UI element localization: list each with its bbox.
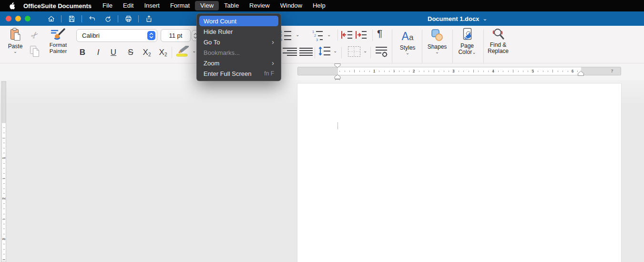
first-line-indent-marker[interactable] <box>334 63 341 68</box>
menu-item-enter-full-screen[interactable]: Enter Full Screen fn F <box>197 68 281 79</box>
cut-button[interactable]: ✂ <box>27 27 43 43</box>
font-family-stepper[interactable] <box>147 31 155 40</box>
find-replace-label-2: Replace <box>488 48 509 54</box>
undo-button[interactable] <box>87 14 97 23</box>
apple-menu-icon[interactable] <box>9 2 15 10</box>
save-icon <box>68 15 76 23</box>
redo-button[interactable] <box>103 14 112 23</box>
strikethrough-button[interactable]: S <box>125 45 136 57</box>
menu-item-zoom[interactable]: Zoom › <box>197 58 281 68</box>
save-button[interactable] <box>67 14 76 23</box>
print-icon <box>124 15 133 23</box>
decrease-indent-icon <box>341 31 353 39</box>
copy-icon <box>29 45 40 57</box>
document-area: 123 <box>0 80 644 262</box>
menubar-item-insert[interactable]: Insert <box>139 1 165 10</box>
titlebar-divider <box>118 15 118 22</box>
chevron-down-icon: ⌄ <box>192 49 196 53</box>
menu-shortcut: fn F <box>264 70 274 77</box>
titlebar: Document 1.docx ⌄ <box>0 11 644 26</box>
underline-button[interactable]: U <box>108 45 119 57</box>
document-page[interactable] <box>297 84 621 262</box>
line-spacing-button[interactable] <box>318 46 331 56</box>
print-button[interactable] <box>123 14 133 23</box>
show-paragraph-marks-button[interactable]: ¶ <box>377 28 382 39</box>
menubar-item-table[interactable]: Table <box>219 1 244 10</box>
zoom-window-button[interactable] <box>25 16 31 21</box>
h-ruler-number: 7 <box>611 69 613 73</box>
ruler-strip: 1234567 <box>0 63 644 80</box>
menubar-item-window[interactable]: Window <box>275 1 307 10</box>
borders-button[interactable] <box>348 46 361 57</box>
toolbar-separator <box>337 30 338 41</box>
styles-button[interactable]: Aa Styles ⌄ <box>396 28 419 55</box>
bold-button[interactable]: B <box>77 45 88 57</box>
chevron-down-icon: ⌄ <box>406 51 409 55</box>
share-button[interactable] <box>144 14 153 23</box>
italic-button[interactable]: I <box>93 45 103 57</box>
multilevel-list-button[interactable]: 1 2 3 <box>312 29 323 42</box>
menu-item-go-to[interactable]: Go To › <box>197 37 281 47</box>
format-painter-button[interactable]: Format Painter <box>46 28 71 54</box>
menubar-item-file[interactable]: File <box>97 1 118 10</box>
h-ruler-number: 5 <box>532 69 534 73</box>
increase-indent-button[interactable] <box>356 31 367 39</box>
document-title[interactable]: Document 1.docx ⌄ <box>428 11 487 26</box>
subscript-button[interactable]: X2 <box>156 45 170 57</box>
font-size-value: 11 pt <box>169 32 183 39</box>
find-replace-button[interactable]: Find & Replace <box>484 28 512 54</box>
menubar-item-review[interactable]: Review <box>244 1 275 10</box>
borders-icon <box>348 46 361 57</box>
numbered-list-button[interactable]: 1 2 3 <box>280 29 291 42</box>
right-indent-marker[interactable] <box>577 71 584 76</box>
menubar: OfficeSuite Documents File Edit Insert F… <box>0 0 644 11</box>
menubar-item-help[interactable]: Help <box>307 1 331 10</box>
superscript-button[interactable]: X2 <box>140 45 154 57</box>
increase-indent-icon <box>356 31 367 39</box>
page-color-button[interactable]: Page Color⌄ <box>454 28 480 55</box>
menubar-item-format[interactable]: Format <box>165 1 195 10</box>
v-ruler-number: 1 <box>1 157 6 159</box>
menubar-item-view[interactable]: View <box>195 1 219 10</box>
submenu-arrow-icon: › <box>272 60 274 66</box>
line-spacing-icon <box>318 46 331 56</box>
menubar-item-edit[interactable]: Edit <box>118 1 139 10</box>
chevron-down-icon: ⌄ <box>435 50 439 54</box>
home-button[interactable] <box>46 14 56 23</box>
toolbar-separator <box>372 30 373 41</box>
scissors-icon: ✂ <box>29 29 41 41</box>
app-window: OfficeSuite Documents File Edit Insert F… <box>0 0 644 262</box>
chevron-down-icon: ⌄ <box>333 49 337 53</box>
pilcrow-icon: ¶ <box>377 28 382 39</box>
titlebar-divider <box>138 15 139 22</box>
menu-item-hide-ruler[interactable]: Hide Ruler <box>197 26 281 37</box>
highlight-color-button[interactable] <box>175 46 190 57</box>
stepper-arrows-icon <box>149 32 153 39</box>
titlebar-divider <box>82 15 82 22</box>
shapes-button[interactable]: Shapes ⌄ <box>425 28 449 54</box>
decrease-indent-button[interactable] <box>341 31 353 39</box>
highlighter-icon <box>175 46 190 57</box>
justify-button[interactable] <box>299 46 313 57</box>
minimize-window-button[interactable] <box>15 16 21 21</box>
copy-button[interactable] <box>29 45 40 57</box>
toolbar-separator <box>370 47 371 58</box>
h-ruler-number: 2 <box>413 69 415 73</box>
menu-item-word-count[interactable]: Word Count <box>199 16 278 26</box>
view-menu-dropdown: Word Count Hide Ruler Go To › Bookmarks.… <box>196 13 281 81</box>
list-settings-button[interactable] <box>375 46 388 57</box>
paste-button[interactable]: Paste ⌄ <box>4 28 27 53</box>
h-ruler-number: 1 <box>373 69 375 73</box>
menu-item-bookmarks: Bookmarks... <box>197 47 281 58</box>
h-ruler-number: 3 <box>452 69 455 73</box>
font-family-select[interactable]: Calibri <box>76 29 157 42</box>
close-window-button[interactable] <box>6 16 11 21</box>
find-replace-icon <box>491 28 505 41</box>
format-painter-label-1: Format <box>50 42 67 48</box>
h-ruler-number: 4 <box>492 69 494 73</box>
h-ruler-left-margin <box>298 67 338 75</box>
font-size-select[interactable]: 11 pt <box>161 29 191 42</box>
chevron-down-icon: ⌄ <box>482 15 487 22</box>
app-name[interactable]: OfficeSuite Documents <box>23 2 92 10</box>
align-right-button[interactable] <box>283 46 297 57</box>
